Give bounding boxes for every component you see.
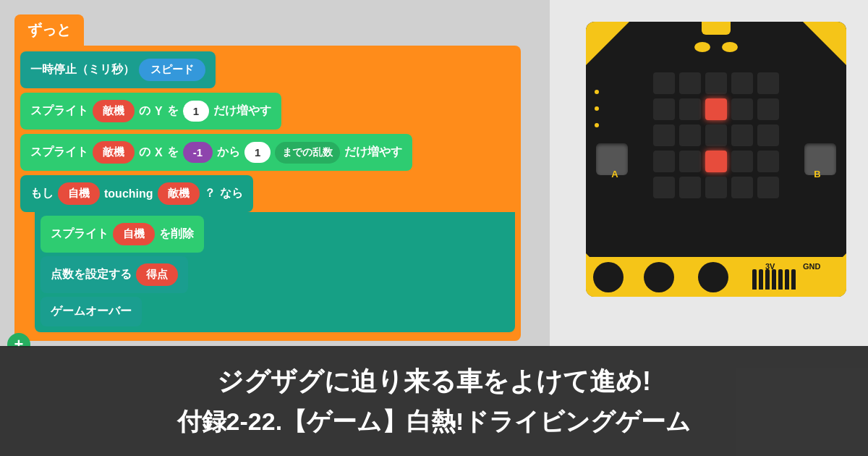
bottom-banner: ジグザグに迫り来る車をよけて進め! 付録2-22.【ゲーム】白熱!ドライビングゲ…: [0, 346, 868, 456]
gpio-small-6: [785, 269, 789, 290]
led-1-4: [757, 98, 779, 120]
if-block-wrapper: もし 自機 touching 敵機 ？ なら スプラ: [20, 175, 515, 332]
button-a[interactable]: A: [596, 143, 628, 175]
led-4-4: [757, 177, 779, 198]
no-label-1: の: [139, 104, 150, 119]
led-3-2: [705, 151, 727, 172]
dake-increase-2: だけ増やす: [344, 145, 402, 160]
wait-row: 一時停止（ミリ秒） スピード: [20, 51, 515, 88]
sprite-y-row: スプライト 敵機 の Y を 1 だけ増やす: [20, 93, 515, 130]
corner-tr: [803, 22, 846, 65]
val-1: 1: [183, 101, 209, 122]
main-container: ずっと 一時停止（ミリ秒） スピード スプライト 敵機 の: [0, 0, 868, 456]
microbit-logo: [694, 42, 738, 52]
led-1-0: [653, 98, 675, 120]
player-label-2: 自機: [113, 223, 155, 245]
gpio-label-2: 2: [707, 262, 712, 271]
if-block: もし 自機 touching 敵機 ？ なら: [20, 175, 253, 212]
wait-label: 一時停止（ミリ秒）: [30, 62, 135, 77]
speed-label: スピード: [139, 59, 205, 81]
speaker: [595, 83, 602, 134]
gpio-label-0: 0: [600, 262, 605, 271]
score-block: 点数を設定する 得点: [41, 256, 188, 293]
face-eyes: [694, 42, 738, 52]
led-4-3: [731, 177, 753, 198]
gpio-small-3: [765, 269, 770, 290]
speaker-dot-2: [595, 106, 599, 111]
nara-label: なら: [220, 186, 243, 201]
led-4-0: [653, 177, 675, 198]
led-0-2: [705, 72, 727, 94]
delete-label: を削除: [159, 227, 194, 242]
gpio-small-4: [772, 269, 776, 290]
speaker-dot-3: [595, 123, 599, 127]
random-label: までの乱数: [275, 142, 340, 164]
wait-block: 一時停止（ミリ秒） スピード: [20, 51, 216, 88]
microbit-area: A B: [586, 22, 846, 297]
gameover-label: ゲームオーバー: [51, 304, 132, 319]
banner-title: ジグザグに迫り来る車をよけて進め!: [217, 364, 651, 400]
x-label: X: [155, 146, 163, 159]
q-label: ？: [204, 186, 216, 201]
score-row: 点数を設定する 得点: [41, 256, 509, 293]
led-3-4: [757, 151, 779, 172]
block-container: 一時停止（ミリ秒） スピード スプライト 敵機 の Y を 1 だけ増やす: [14, 46, 521, 341]
gpio-label-3v: 3V: [765, 262, 775, 271]
led-1-1: [679, 98, 701, 120]
forever-block: ずっと: [14, 14, 84, 46]
enemy-label-3: 敵機: [158, 182, 200, 205]
btn-a-label: A: [611, 169, 618, 180]
usb-notch: [702, 22, 731, 35]
gpio-small-1: [752, 269, 757, 290]
led-4-1: [679, 177, 701, 198]
gpio-area: 0 1 2 3V GND: [586, 257, 846, 297]
gpio-large-0: [593, 262, 624, 292]
sprite-y-block: スプライト 敵機 の Y を 1 だけ増やす: [20, 93, 281, 130]
score-set-label: 点数を設定する: [51, 267, 132, 282]
sprite-label-2: スプライト: [30, 145, 88, 160]
button-b[interactable]: B: [804, 143, 836, 175]
wo-label-2: を: [167, 145, 179, 160]
speaker-dot-1: [595, 90, 599, 94]
led-3-0: [653, 151, 675, 172]
gpio-small-7: [791, 269, 796, 290]
led-3-1: [679, 151, 701, 172]
led-1-2: [705, 98, 727, 120]
btn-b-label: B: [814, 169, 820, 180]
if-row: もし 自機 touching 敵機 ？ なら: [20, 175, 515, 212]
no-label-2: の: [139, 145, 150, 160]
led-2-2: [705, 124, 727, 146]
if-body: スプライト 自機 を削除 点数を設定する 得点: [35, 212, 515, 332]
gpio-label-gnd: GND: [803, 262, 820, 271]
delete-row: スプライト 自機 を削除: [41, 216, 509, 253]
led-0-3: [731, 72, 753, 94]
gpio-label-1: 1: [652, 262, 657, 271]
led-2-4: [757, 124, 779, 146]
gameover-row: ゲームオーバー: [41, 297, 509, 326]
enemy-label-1: 敵機: [93, 100, 135, 122]
led-1-3: [731, 98, 753, 120]
face-eye-left: [694, 42, 710, 52]
forever-label: ずっと: [27, 22, 71, 38]
gpio-small-5: [778, 269, 783, 290]
gpio-large-2: [698, 262, 728, 292]
led-4-2: [705, 177, 727, 198]
code-area: ずっと 一時停止（ミリ秒） スピード スプライト 敵機 の: [0, 0, 550, 347]
val-neg1: -1: [183, 142, 213, 163]
led-0-0: [653, 72, 675, 94]
microbit-device: A B: [586, 22, 846, 297]
sprite-x-row: スプライト 敵機 の X を -1 から 1 までの乱数 だけ増やす: [20, 134, 515, 171]
dake-increase-1: だけ増やす: [213, 104, 271, 119]
val-1b: 1: [244, 142, 271, 163]
delete-block: スプライト 自機 を削除: [41, 216, 204, 253]
touching-label: touching: [104, 187, 153, 200]
wo-label-1: を: [167, 104, 179, 119]
gpio-large-1: [644, 262, 674, 292]
face-eye-right: [722, 42, 738, 52]
led-0-4: [757, 72, 779, 94]
led-2-0: [653, 124, 675, 146]
banner-subtitle: 付録2-22.【ゲーム】白熱!ドライビングゲーム: [177, 405, 692, 439]
led-0-1: [679, 72, 701, 94]
led-2-1: [679, 124, 701, 146]
player-label-1: 自機: [58, 182, 100, 205]
